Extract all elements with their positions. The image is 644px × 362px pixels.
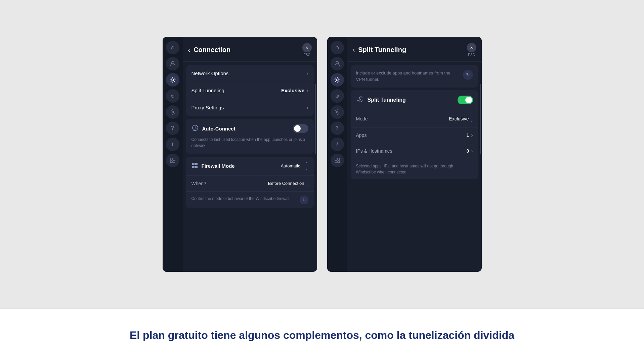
left-scroll-indicator: [315, 84, 316, 154]
firewall-info-button[interactable]: ↻: [300, 196, 308, 204]
svg-rect-18: [335, 161, 337, 163]
svg-rect-3: [170, 158, 172, 160]
split-apps-count: 1: [466, 133, 469, 138]
svg-point-14: [336, 79, 338, 81]
split-refresh-button[interactable]: ↻: [463, 70, 473, 80]
svg-text:A: A: [193, 128, 195, 132]
split-tunneling-title: Split Tunneling: [368, 97, 454, 103]
network-options-item[interactable]: Network Options ›: [186, 65, 314, 82]
split-mode-row[interactable]: Mode Exclusive ⌃⌄: [351, 110, 478, 127]
firewall-header: Firewall Mode Automatic ⌃⌄: [186, 157, 314, 176]
proxy-settings-item[interactable]: Proxy Settings ›: [186, 99, 314, 116]
firewall-desc: Control the mode of behavior of the Wind…: [191, 196, 296, 202]
caption-text: El plan gratuito tiene algunos complemen…: [130, 328, 514, 343]
left-panel: ⊙ ⊚ ? i: [163, 37, 317, 272]
sidebar-icon-widget[interactable]: [166, 154, 179, 167]
svg-rect-12: [195, 166, 198, 168]
svg-point-20: [359, 99, 360, 100]
left-sidebar: ⊙ ⊚ ? i: [163, 37, 183, 272]
connection-menu-group: Network Options › Split Tunneling Exclus…: [186, 65, 314, 116]
split-tunneling-value: Exclusive: [281, 88, 304, 93]
firewall-title: Firewall Mode: [202, 163, 277, 169]
split-tunneling-item[interactable]: Split Tunneling Exclusive ›: [186, 82, 314, 99]
right-sidebar-icon-connection[interactable]: ⊙: [331, 41, 344, 54]
right-esc-label: ESC: [468, 53, 475, 57]
firewall-when-arrow[interactable]: ⌃⌄: [306, 180, 308, 187]
split-ips-row[interactable]: IPs & Hostnames 0 ›: [351, 143, 478, 159]
right-close-button[interactable]: ×: [467, 43, 476, 52]
left-panel-content: ‹ Connection × ESC Network Options › Spl…: [183, 37, 317, 272]
auto-connect-toggle[interactable]: [293, 124, 308, 133]
left-close-button[interactable]: ×: [302, 43, 312, 52]
svg-rect-4: [173, 158, 175, 160]
right-scroll-indicator: [480, 84, 481, 154]
split-mode-label: Mode: [356, 116, 449, 121]
split-apps-chevron: ›: [471, 132, 473, 138]
sidebar-icon-gear[interactable]: [166, 105, 179, 119]
split-apps-row[interactable]: Apps 1 ›: [351, 127, 478, 143]
auto-connect-desc: Connects to last used location when the …: [191, 137, 308, 149]
right-sidebar-icon-account[interactable]: [331, 57, 344, 70]
right-sidebar-icon-monitor[interactable]: ⊚: [331, 89, 344, 103]
split-tunneling-chevron: ›: [306, 88, 308, 94]
left-esc-label: ESC: [303, 53, 310, 57]
split-ips-label: IPs & Hostnames: [356, 148, 467, 154]
right-panel-header: ‹ Split Tunneling × ESC: [347, 37, 482, 62]
right-sidebar-icon-gear[interactable]: [331, 105, 344, 119]
sidebar-icon-help[interactable]: ?: [166, 121, 179, 135]
svg-point-2: [172, 111, 173, 113]
left-panel-body: Network Options › Split Tunneling Exclus…: [183, 62, 317, 272]
svg-rect-10: [195, 163, 198, 165]
right-sidebar: ⊙ ⊚ ? i: [327, 37, 347, 272]
sidebar-icon-monitor[interactable]: ⊚: [166, 89, 179, 103]
right-sidebar-icon-widget[interactable]: [331, 154, 344, 167]
svg-rect-19: [338, 161, 340, 163]
split-card-footer: Selected apps, IPs, and hostnames will n…: [351, 159, 478, 179]
svg-rect-9: [192, 163, 195, 165]
split-tunneling-card: Split Tunneling Mode Exclusive ⌃⌄: [351, 90, 478, 179]
network-options-chevron: ›: [306, 70, 308, 76]
split-info-card: Include or exclude apps and hostnames fr…: [351, 65, 478, 88]
right-back-button[interactable]: ‹: [353, 46, 355, 53]
sidebar-icon-settings[interactable]: [166, 73, 179, 87]
firewall-footer: Control the mode of behavior of the Wind…: [186, 192, 314, 208]
split-tunneling-toggle[interactable]: [458, 96, 473, 104]
auto-connect-title: Auto-Connect: [202, 126, 290, 132]
split-mode-arrow: ⌃⌄: [470, 115, 473, 122]
right-panel-body: Include or exclude apps and hostnames fr…: [347, 62, 482, 272]
firewall-mode-value: Automatic: [281, 163, 300, 168]
sidebar-icon-account[interactable]: [166, 57, 179, 70]
svg-rect-16: [335, 158, 337, 160]
left-back-button[interactable]: ‹: [188, 46, 190, 53]
firewall-icon: [191, 162, 198, 170]
sidebar-icon-connection[interactable]: ⊙: [166, 41, 179, 54]
network-options-label: Network Options: [191, 70, 307, 76]
proxy-settings-label: Proxy Settings: [191, 105, 307, 110]
right-sidebar-icon-settings[interactable]: [331, 73, 344, 87]
split-info-text: Include or exclude apps and hostnames fr…: [356, 70, 460, 83]
sidebar-icon-info[interactable]: i: [166, 138, 179, 151]
svg-rect-17: [338, 158, 340, 160]
svg-point-15: [336, 111, 338, 113]
firewall-when-row: When? Before Connection ⌃⌄: [186, 176, 314, 192]
auto-connect-icon: A: [191, 124, 199, 133]
split-ips-chevron: ›: [471, 148, 473, 154]
auto-connect-row: A Auto-Connect: [191, 124, 308, 133]
svg-rect-6: [173, 161, 175, 163]
caption-bar: El plan gratuito tiene algunos complemen…: [0, 308, 644, 362]
split-tunneling-header: Split Tunneling: [351, 90, 478, 110]
right-sidebar-icon-info[interactable]: i: [331, 138, 344, 151]
right-panel-content: ‹ Split Tunneling × ESC Include or exclu…: [347, 37, 482, 272]
left-close-area: × ESC: [302, 43, 312, 57]
firewall-when-value: Before Connection: [268, 181, 304, 186]
right-panel-title: Split Tunneling: [358, 46, 463, 54]
split-footer-text: Selected apps, IPs, and hostnames will n…: [356, 163, 473, 175]
firewall-dropdown-arrow[interactable]: ⌃⌄: [305, 161, 308, 171]
right-sidebar-icon-help[interactable]: ?: [331, 121, 344, 135]
right-panel: ⊙ ⊚ ? i: [327, 37, 482, 272]
left-panel-title: Connection: [194, 46, 299, 54]
split-ips-count: 0: [466, 148, 469, 154]
proxy-settings-chevron: ›: [306, 105, 308, 111]
firewall-card: Firewall Mode Automatic ⌃⌄ When? Before …: [186, 157, 314, 208]
split-apps-label: Apps: [356, 133, 467, 138]
